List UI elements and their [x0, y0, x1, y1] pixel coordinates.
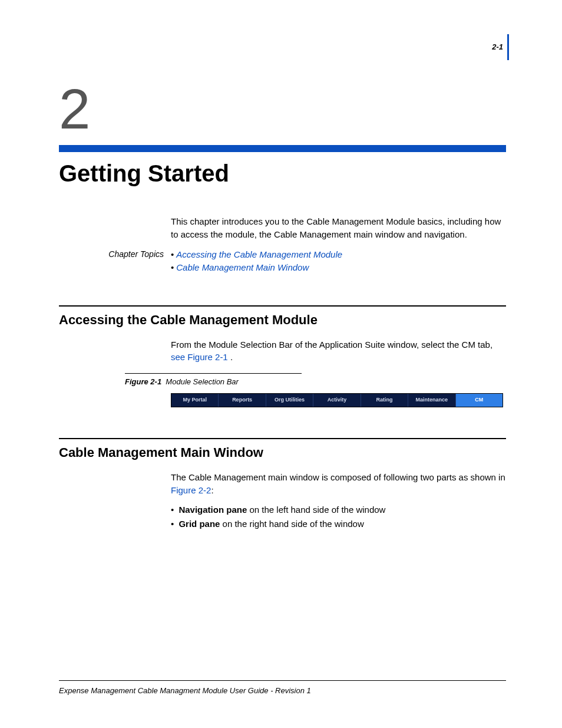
section-title-main-window: Cable Management Main Window [59, 445, 506, 460]
module-tab-org-utilities[interactable]: Org Utilities [266, 394, 313, 407]
section-rule [59, 305, 506, 307]
section-title-accessing: Accessing the Cable Management Module [59, 312, 506, 328]
topic-link-2[interactable]: Cable Management Main Window [176, 262, 309, 272]
module-tab-cm[interactable]: CM [456, 394, 503, 407]
figure-caption: Figure 2-1 Module Selection Bar [125, 377, 506, 386]
topic-item: •Accessing the Cable Management Module [171, 248, 342, 262]
module-selection-bar: My PortalReportsOrg UtilitiesActivityRat… [171, 393, 503, 407]
module-tab-rating[interactable]: Rating [361, 394, 408, 407]
figure-caption-rule [125, 373, 302, 374]
footer-rule [59, 680, 506, 681]
chapter-number: 2 [59, 77, 506, 141]
bullet-item: • Navigation pane on the left hand side … [171, 503, 506, 517]
module-tab-activity[interactable]: Activity [313, 394, 361, 407]
module-tab-my-portal[interactable]: My Portal [171, 394, 219, 407]
topic-link-1[interactable]: Accessing the Cable Management Module [176, 249, 342, 259]
bullet-item: • Grid pane on the right hand side of th… [171, 517, 506, 531]
module-tab-reports[interactable]: Reports [219, 394, 266, 407]
figure-ref-link[interactable]: see Figure 2-1 [171, 352, 228, 362]
section-body: From the Module Selection Bar of the App… [171, 338, 506, 364]
chapter-title: Getting Started [59, 160, 506, 187]
section-body: The Cable Management main window is comp… [171, 471, 506, 497]
header-accent-rule [507, 34, 509, 60]
chapter-topics-label: Chapter Topics [59, 248, 171, 259]
section-rule [59, 438, 506, 439]
figure-ref-link[interactable]: Figure 2-2 [171, 485, 211, 495]
footer-text: Expense Management Cable Managment Modul… [59, 686, 311, 695]
topic-item: •Cable Management Main Window [171, 261, 342, 275]
chapter-topics-list: •Accessing the Cable Management Module •… [171, 248, 342, 275]
chapter-intro: This chapter introduces you to the Cable… [171, 215, 506, 241]
module-tab-maintenance[interactable]: Maintenance [408, 394, 455, 407]
chapter-rule [59, 145, 506, 152]
page-number: 2-1 [492, 42, 503, 51]
section-bullets: • Navigation pane on the left hand side … [171, 503, 506, 531]
